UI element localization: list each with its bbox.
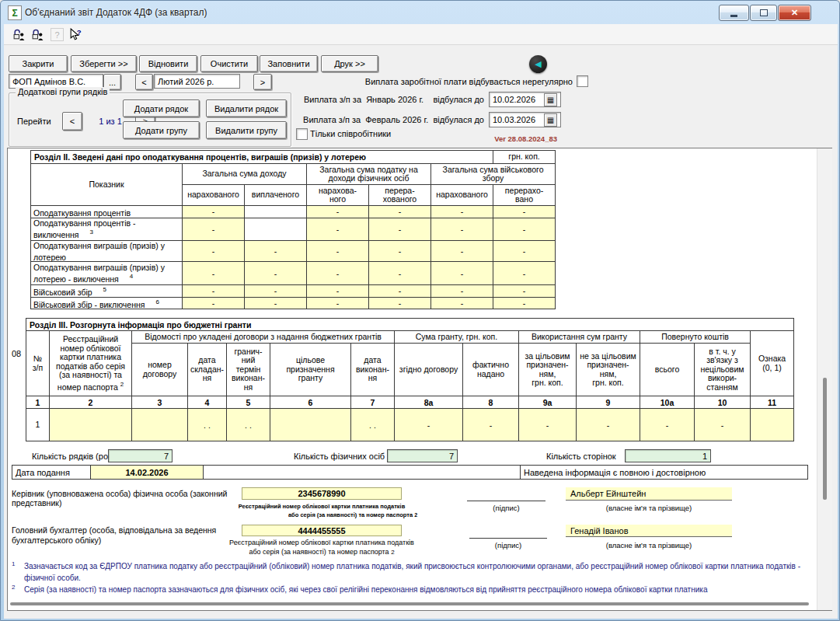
- row-footnote-ref: 4: [130, 273, 133, 280]
- period-field[interactable]: Лютий 2026 р.: [154, 74, 240, 89]
- grant-cell-nontarget[interactable]: -: [577, 409, 640, 441]
- add-group-button[interactable]: Додати групу: [123, 121, 200, 139]
- pay-february-label: Виплата з/п за Февраль 2026 г. відбулася…: [291, 115, 484, 124]
- cell: -: [431, 262, 493, 285]
- restore-button[interactable]: Відновити: [139, 55, 197, 72]
- navigate-back-button[interactable]: ◀: [529, 55, 547, 73]
- entity-value: ФОП Адмінов В.С.: [12, 77, 85, 86]
- grant-cell-by-contract[interactable]: -: [395, 409, 463, 441]
- lock-user-icon[interactable]: [30, 27, 44, 41]
- cell: -: [431, 285, 493, 298]
- fill-button[interactable]: Заповнити: [260, 55, 318, 72]
- close-report-button[interactable]: Закрити: [9, 55, 68, 72]
- calendar-icon[interactable]: ▦: [544, 93, 557, 106]
- section3-col-target: за цільовим призначен- ням, грн. коп.: [519, 344, 577, 396]
- irregular-pay-checkbox[interactable]: [577, 75, 588, 87]
- cell: -: [183, 218, 245, 240]
- section3-group-amount: Сума гранту, грн. коп.: [395, 331, 519, 344]
- accountant-name-field[interactable]: Генадій Іванов: [566, 525, 732, 537]
- only-employees-checkbox[interactable]: [296, 128, 308, 140]
- head-taxid-field[interactable]: 2345678990: [242, 487, 402, 500]
- footnote-ref: 2: [391, 549, 394, 556]
- grant-cell-target[interactable]: -: [519, 409, 577, 441]
- save-button[interactable]: Зберегти >>: [71, 55, 137, 72]
- grant-cell-given[interactable]: -: [463, 409, 519, 441]
- grant-cell-reg[interactable]: [50, 409, 132, 441]
- cell: -: [307, 206, 369, 218]
- cell: -: [493, 218, 556, 240]
- cell: -: [245, 262, 307, 285]
- grant-cell-misuse[interactable]: -: [695, 409, 751, 441]
- grant-cell-flag[interactable]: [751, 409, 794, 441]
- cell: -: [369, 206, 431, 218]
- section3-title: Розділ III. Розгорнута інформація про бю…: [26, 319, 794, 331]
- grant-cell-contract-num[interactable]: [132, 409, 188, 441]
- section3-table: Розділ III. Розгорнута інформація про бю…: [26, 318, 794, 441]
- section3-col-by-contract: згідно договору: [395, 344, 463, 396]
- client-area: ? ? Закрити Зберегти >> Відновити Очисти…: [4, 24, 838, 619]
- delete-group-button[interactable]: Видалити групу: [206, 121, 287, 139]
- context-help-icon[interactable]: ?: [68, 27, 82, 41]
- grant-row-number: 1: [26, 409, 50, 441]
- clear-button[interactable]: Очистити: [200, 55, 258, 72]
- cell: -: [307, 285, 369, 298]
- submission-row: Дата подання 14.02.2026 Наведена інформа…: [12, 465, 808, 480]
- cell: -: [245, 297, 307, 309]
- minimize-button[interactable]: [719, 5, 749, 21]
- row-label: Оподаткування процентів: [33, 208, 131, 218]
- row-footnote-ref: 6: [155, 298, 159, 305]
- pay-february-date-field[interactable]: 10.03.2026 ▦: [489, 112, 561, 127]
- section3-group-returned: Повернуто коштів: [640, 331, 751, 344]
- close-window-button[interactable]: ✕: [778, 5, 811, 21]
- period-prev-button[interactable]: <: [135, 74, 153, 90]
- cell: -: [183, 285, 245, 298]
- calendar-icon[interactable]: ▦: [544, 113, 557, 127]
- submission-date-value[interactable]: 14.02.2026: [91, 466, 204, 480]
- period-next-button[interactable]: >: [253, 74, 272, 90]
- maximize-icon: [760, 9, 768, 16]
- section2-group-pit: Загальна сума податку на доходи фізичних…: [307, 164, 431, 185]
- grant-cell-purpose[interactable]: [270, 409, 351, 441]
- cell: -: [431, 297, 493, 309]
- help-icon[interactable]: ?: [51, 28, 64, 41]
- head-name-field[interactable]: Альберт Ейнштейн: [566, 487, 732, 501]
- goto-label: Перейти: [17, 117, 51, 126]
- accountant-taxid-field[interactable]: 4444455555: [242, 525, 402, 536]
- section3-col-num: № з/п: [26, 331, 50, 396]
- nav-back-icon: ◀: [535, 59, 541, 69]
- horizontal-scrollbar-thumb[interactable]: [10, 602, 809, 605]
- submission-spacer: [204, 466, 521, 480]
- col-number: 9а: [519, 396, 577, 409]
- maximize-button[interactable]: [750, 5, 777, 21]
- pay-january-date-field[interactable]: 10.02.2026 ▦: [489, 92, 561, 107]
- grant-cell-deadline[interactable]: . .: [227, 409, 270, 441]
- cell: -: [307, 240, 369, 262]
- col-number: 8: [463, 396, 519, 409]
- section3-col-purpose: цільове призначення гранту: [270, 344, 351, 396]
- col-number: 3: [132, 396, 188, 409]
- print-button[interactable]: Друк >>: [321, 55, 378, 72]
- section3-group-contracts: Відомості про укладені договори з наданн…: [132, 331, 395, 344]
- section3-col-nontarget: не за цільовим призначен- ням, грн. коп.: [577, 344, 640, 396]
- irregular-pay-label: Виплата заробітної плати відбувається не…: [299, 77, 573, 86]
- vertical-scrollbar-thumb[interactable]: [823, 378, 827, 500]
- version-label: Ver 28.08.2024_83: [431, 134, 557, 143]
- delete-row-button[interactable]: Видалити рядок: [206, 99, 287, 117]
- table-row: Військовий збір5 - - - - - -: [31, 285, 556, 298]
- titlebar: Σ Об'єднаний звіт Додаток 4ДФ (за кварта…: [1, 1, 839, 24]
- accountant-taxid-caption1: Реєстраційний номер облікової картки пла…: [187, 539, 456, 546]
- vertical-scrollbar-track[interactable]: [817, 148, 832, 610]
- unlock-user-icon[interactable]: [12, 27, 26, 41]
- grant-cell-date-done[interactable]: . .: [351, 409, 395, 441]
- grant-cell-total[interactable]: -: [640, 409, 695, 441]
- section2-col-accrued-income: нарахованого: [183, 185, 245, 206]
- only-employees-label: Тільки співробітники: [310, 129, 391, 138]
- pages-count-field: 1: [625, 449, 711, 462]
- section3-col-date-made: дата складан- ня: [188, 344, 227, 396]
- grant-cell-date-made[interactable]: . .: [188, 409, 227, 441]
- pay-january-date-value: 10.02.2026: [493, 95, 535, 104]
- add-row-button[interactable]: Додати рядок: [123, 99, 200, 117]
- group-prev-button[interactable]: <: [62, 112, 82, 131]
- section2-col-transferred-military: перерахо- вано: [493, 185, 556, 206]
- footnote-ref: 2: [414, 512, 417, 518]
